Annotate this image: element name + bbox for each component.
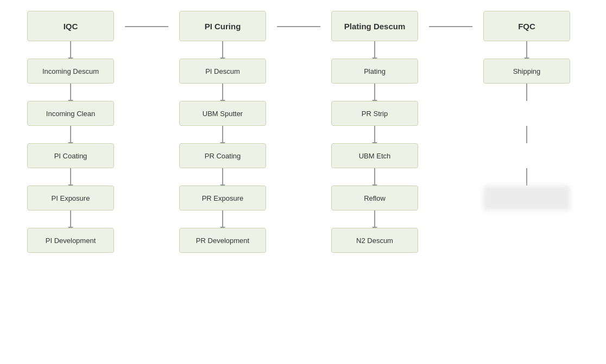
node-n2-descum: N2 Descum: [331, 228, 418, 253]
arrow-12: [374, 84, 375, 101]
arrow-14: [374, 168, 375, 186]
node-ubm-etch: UBM Etch: [331, 143, 418, 168]
node-reflow: Reflow: [331, 186, 418, 210]
arrow-7: [222, 84, 223, 101]
column-3: Plating Descum Plating PR Strip UBM Etch…: [320, 11, 429, 253]
node-shipping: Shipping: [483, 59, 570, 84]
node-pr-strip: PR Strip: [331, 101, 418, 126]
h-line-3: [429, 26, 472, 27]
h-line-1: [125, 26, 168, 27]
node-plating-descum: Plating Descum: [331, 11, 418, 41]
column-2: PI Curing PI Descum UBM Sputter PR Coati…: [168, 11, 277, 253]
node-ubm-sputter: UBM Sputter: [179, 101, 266, 126]
spacer-2: [526, 126, 527, 143]
divider-1: [125, 11, 168, 27]
arrow-11: [374, 41, 375, 59]
arrow-4: [70, 168, 71, 186]
arrow-13: [374, 126, 375, 143]
arrow-2: [70, 84, 71, 101]
arrow-5: [70, 210, 71, 228]
node-pi-development: PI Development: [27, 228, 114, 253]
node-pi-exposure: PI Exposure: [27, 186, 114, 210]
column-1: IQC Incoming Descum Incoming Clean PI Co…: [16, 11, 125, 253]
arrow-1: [70, 41, 71, 59]
node-pi-coating: PI Coating: [27, 143, 114, 168]
node-pi-curing: PI Curing: [179, 11, 266, 41]
divider-3: [429, 11, 472, 27]
blurred-node: [483, 186, 570, 210]
spacer-1: [526, 84, 527, 101]
arrow-10: [222, 210, 223, 228]
node-plating: Plating: [331, 59, 418, 84]
node-pr-coating: PR Coating: [179, 143, 266, 168]
h-line-2: [277, 26, 320, 27]
node-pr-development: PR Development: [179, 228, 266, 253]
arrow-9: [222, 168, 223, 186]
arrow-8: [222, 126, 223, 143]
arrow-6: [222, 41, 223, 59]
column-4: FQC Shipping: [472, 11, 581, 210]
node-iqc: IQC: [27, 11, 114, 41]
spacer-3: [526, 168, 527, 186]
node-fqc: FQC: [483, 11, 570, 41]
node-incoming-clean: Incoming Clean: [27, 101, 114, 126]
arrow-15: [374, 210, 375, 228]
arrow-3: [70, 126, 71, 143]
node-pi-descum: PI Descum: [179, 59, 266, 84]
arrow-16: [526, 41, 527, 59]
node-incoming-descum: Incoming Descum: [27, 59, 114, 84]
divider-2: [277, 11, 320, 27]
node-pr-exposure: PR Exposure: [179, 186, 266, 210]
flowchart: IQC Incoming Descum Incoming Clean PI Co…: [0, 0, 606, 364]
